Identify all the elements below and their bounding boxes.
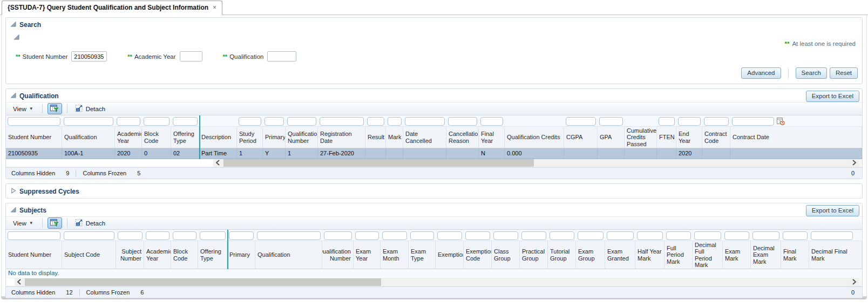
column-header[interactable]: Mark (386, 127, 403, 148)
column-header[interactable]: End Year (676, 127, 702, 148)
column-filter-input[interactable] (405, 117, 445, 126)
column-header[interactable]: Decimal Exam Mark (751, 241, 781, 269)
column-header[interactable]: Cancellation Reason (446, 127, 479, 148)
column-filter-input[interactable] (257, 231, 321, 240)
column-header[interactable]: Qualification (62, 127, 115, 148)
scroll-right-button[interactable] (850, 159, 859, 167)
column-header[interactable]: Description (199, 127, 237, 148)
column-filter-input[interactable] (704, 117, 729, 126)
column-header[interactable]: Primary (263, 127, 286, 148)
column-filter-input[interactable] (144, 117, 169, 126)
column-header[interactable]: Exemption (436, 241, 464, 269)
column-filter-input[interactable] (64, 231, 114, 240)
column-filter-input[interactable] (8, 231, 60, 240)
column-filter-input[interactable] (732, 117, 774, 126)
collapse-triangle-icon[interactable] (13, 34, 19, 40)
column-filter-input[interactable] (811, 231, 853, 240)
column-filter-input[interactable] (607, 231, 634, 240)
column-filter-input[interactable] (173, 231, 196, 240)
column-header[interactable]: Subject Number (116, 241, 144, 269)
column-filter-input[interactable] (521, 231, 546, 240)
column-filter-input[interactable] (367, 117, 384, 126)
scroll-left-button[interactable] (213, 159, 222, 167)
collapse-triangle-icon[interactable] (10, 21, 16, 27)
column-header[interactable]: Subject Code (62, 241, 116, 269)
column-header[interactable]: Exemption Code (464, 241, 492, 269)
column-filter-input[interactable] (724, 231, 749, 240)
reset-button[interactable]: Reset (830, 67, 858, 79)
view-menu-button[interactable]: View ▼ (9, 105, 37, 113)
column-filter-input[interactable] (493, 231, 518, 240)
column-header[interactable]: Qualification (255, 241, 322, 269)
column-filter-input[interactable] (578, 231, 603, 240)
column-header[interactable]: Practical Group (520, 241, 548, 269)
column-header[interactable]: Cumulative Credits Passed (625, 127, 657, 148)
column-header[interactable]: Tutorial Group (548, 241, 576, 269)
column-filter-input[interactable] (694, 231, 721, 240)
column-filter-input[interactable] (117, 117, 140, 126)
export-to-excel-button[interactable]: Export to Excel (806, 205, 859, 216)
column-filter-input[interactable] (200, 231, 226, 240)
tab-query-student-qualification[interactable]: {SSTUDA-7} Query Student Qualification a… (2, 1, 222, 15)
column-header[interactable]: Offering Type (198, 241, 227, 269)
advanced-button[interactable]: Advanced (741, 67, 781, 79)
expand-triangle-icon[interactable] (10, 188, 16, 194)
column-filter-input[interactable] (239, 117, 261, 126)
column-filter-input[interactable] (448, 117, 477, 126)
column-filter-input[interactable] (324, 231, 352, 240)
student-number-input[interactable] (71, 51, 107, 61)
column-header[interactable]: Student Number (6, 241, 62, 269)
subjects-panel-header[interactable]: Subjects Export to Excel (6, 203, 862, 216)
column-header[interactable]: Block Code (142, 127, 171, 148)
column-header[interactable]: Full Period Mark (664, 241, 693, 269)
column-header[interactable]: Primary (227, 241, 255, 269)
table-row[interactable]: 210050935100A-12020002Part Time1Y127-Feb… (6, 148, 862, 159)
column-filter-input[interactable] (229, 231, 254, 240)
column-filter-input[interactable] (659, 117, 675, 126)
academic-year-input[interactable] (180, 51, 202, 61)
scrollbar-track[interactable] (24, 278, 850, 286)
column-filter-input[interactable] (666, 231, 691, 240)
column-header[interactable]: Student Number (6, 127, 62, 148)
column-header[interactable]: Qualification Credits (505, 127, 564, 148)
scroll-right-button[interactable] (850, 278, 859, 286)
column-header[interactable]: Study Period (237, 127, 263, 148)
collapse-triangle-icon[interactable] (10, 207, 16, 213)
column-header[interactable]: Exam Type (409, 241, 436, 269)
scrollbar-thumb[interactable] (25, 278, 381, 286)
column-header[interactable]: Decimal Final Mark (809, 241, 862, 269)
qualification-input[interactable] (267, 51, 296, 61)
column-filter-input[interactable] (437, 231, 462, 240)
column-filter-input[interactable] (465, 231, 490, 240)
column-filter-input[interactable] (783, 231, 808, 240)
column-header[interactable]: Decimal Full Period Mark (693, 241, 723, 269)
collapse-triangle-icon[interactable] (10, 92, 16, 98)
column-header[interactable]: Academic Year (144, 241, 171, 269)
column-header[interactable]: CGPA (564, 127, 598, 148)
column-header[interactable]: GPA (598, 127, 625, 148)
column-filter-input[interactable] (480, 117, 503, 126)
column-filter-input[interactable] (320, 117, 364, 126)
column-header[interactable]: Exam Year (354, 241, 381, 269)
column-filter-input[interactable] (355, 231, 379, 240)
suppressed-cycles-header[interactable]: Suppressed Cycles (6, 184, 862, 198)
column-header[interactable]: FTEN (657, 127, 676, 148)
detach-button[interactable]: Detach (72, 104, 108, 114)
query-by-example-button[interactable] (48, 217, 62, 229)
view-menu-button[interactable]: View ▼ (9, 219, 37, 228)
scroll-left-button[interactable] (15, 278, 24, 286)
qualification-panel-header[interactable]: Qualification Export to Excel (6, 89, 862, 102)
column-filter-input[interactable] (410, 231, 434, 240)
column-header[interactable]: Block Code (171, 241, 198, 269)
column-header[interactable]: Date Cancelled (403, 127, 446, 148)
column-filter-input[interactable] (566, 117, 596, 126)
column-filter-input[interactable] (637, 231, 663, 240)
column-header[interactable]: Final Mark (781, 241, 809, 269)
column-filter-input[interactable] (388, 117, 402, 126)
column-filter-input[interactable] (265, 117, 284, 126)
column-filter-input[interactable] (678, 117, 701, 126)
column-header[interactable]: Offering Type (171, 127, 199, 148)
column-filter-input[interactable] (752, 231, 779, 240)
column-filter-input[interactable] (287, 117, 316, 126)
detach-button[interactable]: Detach (72, 218, 108, 229)
